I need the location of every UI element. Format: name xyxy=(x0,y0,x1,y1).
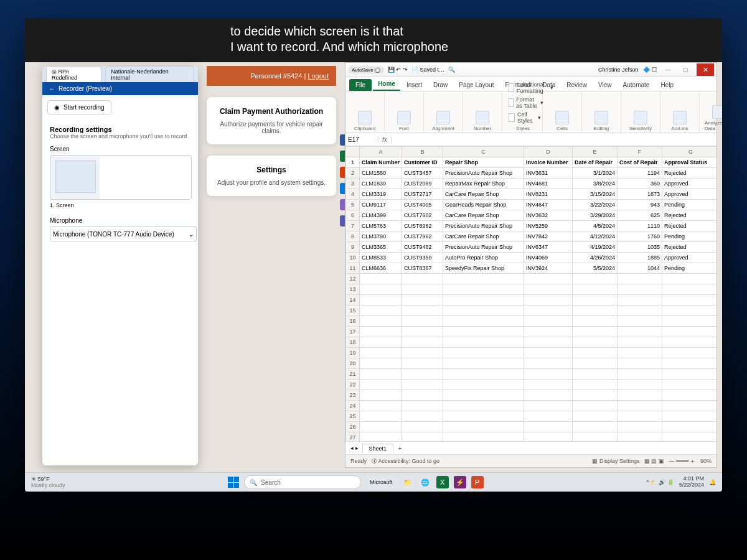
recorder-titlebar: ← Recorder (Preview) xyxy=(42,82,198,95)
table-row[interactable]: 6CLM4399CUST7602CarCare Repair ShopINV36… xyxy=(346,210,717,221)
taskbar-powerpoint[interactable]: P xyxy=(471,476,484,488)
sheet-tab[interactable]: Sheet1 xyxy=(362,444,394,453)
table-row[interactable]: 10CLM8533CUST9359AutoPro Repair ShopINV4… xyxy=(346,253,717,263)
card-settings[interactable]: Settings Adjust your profile and system … xyxy=(207,156,336,196)
card-title: Claim Payment Authorization xyxy=(215,107,327,116)
table-row[interactable]: 16 xyxy=(346,316,717,327)
recording-settings-heading: Recording settings xyxy=(50,126,190,133)
tab-help[interactable]: Help xyxy=(655,79,679,91)
table-row[interactable]: 27 xyxy=(346,432,717,442)
table-row[interactable]: 3CLM1830CUST2089RepairMax Repair ShopINV… xyxy=(346,179,717,189)
autosave-toggle[interactable]: AutoSave ◯ xyxy=(348,67,384,73)
group-cells[interactable]: Cells xyxy=(543,91,582,133)
portal-header: Personnel #5424 | Logout xyxy=(207,66,336,86)
table-row[interactable]: 15 xyxy=(346,306,717,316)
card-body: Authorize payments for vehicle repair cl… xyxy=(215,121,327,134)
table-row[interactable]: 24 xyxy=(346,401,717,411)
name-box[interactable]: E17 xyxy=(345,136,378,143)
table-row[interactable]: 22 xyxy=(346,380,717,390)
excel-window: AutoSave ◯ 💾 ↶ ↷ 📄 Saved t… 🔍 Christine … xyxy=(345,62,717,468)
microphone-label: Microphone xyxy=(50,217,190,224)
taskbar-search[interactable]: 🔍Search xyxy=(244,475,361,489)
table-row[interactable]: 17 xyxy=(346,327,717,337)
card-body: Adjust your profile and system settings. xyxy=(215,179,327,186)
live-caption: to decide which screen is it that I want… xyxy=(230,24,517,55)
tab-file[interactable]: File xyxy=(349,79,372,91)
table-row[interactable]: 5CLM9117CUST4005GearHeads Repair ShopINV… xyxy=(346,200,717,210)
table-row[interactable]: 20 xyxy=(346,358,717,369)
logout-link[interactable]: Logout xyxy=(308,72,329,80)
recording-settings-sub: Choose the screen and microphone you'll … xyxy=(50,133,190,139)
table-row[interactable]: 13 xyxy=(346,284,717,295)
card-title: Settings xyxy=(215,166,327,174)
group-alignment[interactable]: Alignment xyxy=(424,91,463,133)
tab-view[interactable]: View xyxy=(593,79,617,91)
tab-insert[interactable]: Insert xyxy=(402,79,427,91)
recorder-window: ◎ RPA Redefined Nationale-Nederlanden In… xyxy=(42,66,198,465)
table-row[interactable]: 9CLM3365CUST9482PrecisionAuto Repair Sho… xyxy=(346,242,717,253)
group-addins[interactable]: Add-ins xyxy=(660,91,700,133)
ribbon: Clipboard Font Alignment Number Conditio… xyxy=(345,91,716,133)
table-row[interactable]: 7CLM5763CUST6962PrecisionAuto Repair Sho… xyxy=(346,221,717,231)
table-row[interactable]: 14 xyxy=(346,295,717,306)
cell-styles[interactable]: Cell Styles ▾ xyxy=(509,111,541,124)
group-clipboard[interactable]: Clipboard xyxy=(345,91,385,133)
maximize-button[interactable]: ▢ xyxy=(679,64,692,75)
group-editing[interactable]: Editing xyxy=(582,91,621,133)
card-claim-payment[interactable]: Claim Payment Authorization Authorize pa… xyxy=(207,97,336,144)
tab-draw[interactable]: Draw xyxy=(428,79,453,91)
table-row[interactable]: 8CLM3790CUST7962CarCare Repair ShopINV78… xyxy=(346,231,717,242)
start-recording-button[interactable]: ◉ Start recording xyxy=(47,100,111,114)
microphone-select[interactable]: Microphone (TONOR TC-777 Audio Device) ⌄ xyxy=(50,226,197,241)
table-row[interactable]: 19 xyxy=(346,348,717,358)
spreadsheet-grid[interactable]: ABCDEFGH 1 Claim NumberCustomer IDRepair… xyxy=(345,146,716,441)
taskbar: ☀ 59°FMostly cloudy 🔍Search Microsoft 📁 … xyxy=(25,472,722,492)
table-row[interactable]: 18 xyxy=(346,337,717,348)
group-styles: Conditional Formatting ▾ Format as Table… xyxy=(502,91,543,133)
fx-label: fx xyxy=(378,136,392,143)
taskbar-clock[interactable]: 4:01 PM5/22/2024 xyxy=(679,476,704,488)
start-button[interactable] xyxy=(228,477,239,488)
new-sheet-button[interactable]: ＋ xyxy=(397,444,403,452)
group-sensitivity[interactable]: Sensitivity xyxy=(621,91,660,133)
table-row[interactable]: 4CLM3319CUST2717CarCare Repair ShopINV82… xyxy=(346,189,717,200)
browser-tab-nn[interactable]: Nationale-Nederlanden Internal xyxy=(105,66,194,83)
tab-home[interactable]: Home xyxy=(373,78,400,91)
group-font[interactable]: Font xyxy=(385,91,424,133)
search-icon[interactable]: 🔍 xyxy=(448,67,455,73)
search-icon: 🔍 xyxy=(250,479,257,486)
chevron-down-icon: ⌄ xyxy=(189,231,194,238)
tab-review[interactable]: Review xyxy=(561,79,592,91)
close-button[interactable]: ✕ xyxy=(697,63,714,76)
taskbar-microsoft[interactable]: Microsoft xyxy=(366,476,397,488)
desktop: ☀ 59°FMostly cloudy ◎ RPA Redefined Nati… xyxy=(25,62,722,473)
tab-page-layout[interactable]: Page Layout xyxy=(454,79,499,91)
table-row[interactable]: 11CLM6636CUST8367SpeedyFix Repair ShopIN… xyxy=(346,263,717,274)
sheet-nav[interactable]: ◂ ▸ xyxy=(350,445,359,451)
user-name[interactable]: Christine Jefson xyxy=(598,67,639,73)
taskbar-weather[interactable]: ☀ 59°FMostly cloudy xyxy=(31,476,65,488)
taskbar-powerautomate[interactable]: ⚡ xyxy=(454,476,466,488)
tab-automate[interactable]: Automate xyxy=(618,79,655,91)
group-analyze[interactable]: Analyze Data xyxy=(700,91,722,133)
screen-label: Screen xyxy=(50,146,190,152)
notifications-icon[interactable]: 🔔 xyxy=(709,479,716,485)
format-as-table[interactable]: Format as Table ▾ xyxy=(509,96,543,109)
table-row[interactable]: 2CLM1580CUST3457PrecisionAuto Repair Sho… xyxy=(346,168,717,179)
group-number[interactable]: Number xyxy=(463,91,502,133)
table-row[interactable]: 21 xyxy=(346,369,717,380)
back-icon[interactable]: ← xyxy=(49,85,55,92)
table-row[interactable]: 23 xyxy=(346,390,717,401)
screen-thumbnail[interactable] xyxy=(50,155,192,200)
table-row[interactable]: 25 xyxy=(346,411,717,422)
table-row[interactable]: 26 xyxy=(346,422,717,432)
taskbar-excel[interactable]: X xyxy=(436,476,449,488)
tray-icons[interactable]: ^ ⛅ 🔊 🔋 xyxy=(646,479,674,485)
taskbar-explorer[interactable]: 📁 xyxy=(402,476,414,488)
browser-tab-rpa[interactable]: ◎ RPA Redefined xyxy=(46,66,101,83)
taskbar-edge[interactable]: 🌐 xyxy=(419,476,431,488)
record-icon: ◉ xyxy=(54,104,60,111)
screen-caption: 1. Screen xyxy=(50,202,190,208)
table-row[interactable]: 12 xyxy=(346,274,717,284)
minimize-button[interactable]: — xyxy=(662,64,674,75)
